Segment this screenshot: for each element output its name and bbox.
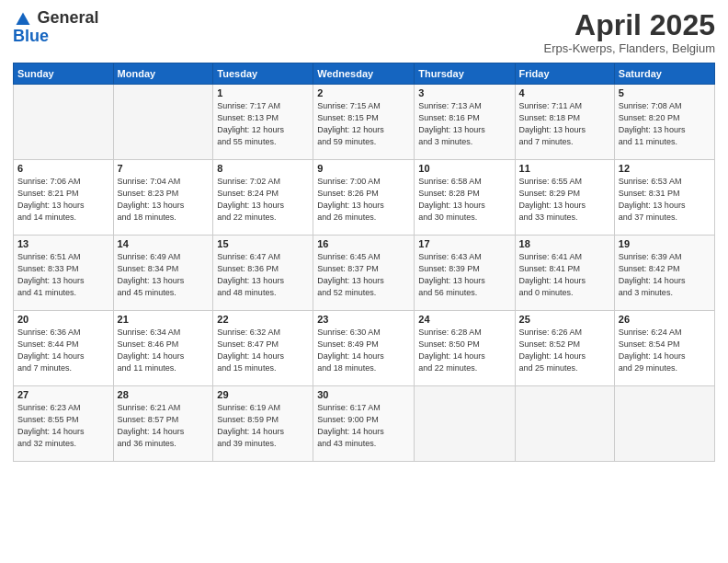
day-number: 10 [418,163,510,174]
day-info: Sunrise: 6:24 AM Sunset: 8:54 PM Dayligh… [619,327,711,374]
calendar-cell: 23Sunrise: 6:30 AM Sunset: 8:49 PM Dayli… [313,311,415,386]
calendar-cell: 20Sunrise: 6:36 AM Sunset: 8:44 PM Dayli… [14,311,114,386]
day-info: Sunrise: 6:53 AM Sunset: 8:31 PM Dayligh… [619,176,711,224]
weekday-header-wednesday: Wednesday [313,63,415,85]
day-number: 12 [619,163,711,174]
day-number: 8 [217,163,309,174]
month-title: April 2025 [544,9,715,41]
day-info: Sunrise: 6:39 AM Sunset: 8:42 PM Dayligh… [619,251,711,299]
day-info: Sunrise: 7:11 AM Sunset: 8:18 PM Dayligh… [519,100,610,148]
calendar-week-2: 6Sunrise: 7:06 AM Sunset: 8:21 PM Daylig… [14,160,715,236]
calendar-cell: 24Sunrise: 6:28 AM Sunset: 8:50 PM Dayli… [415,311,515,386]
calendar-cell: 16Sunrise: 6:45 AM Sunset: 8:37 PM Dayli… [313,236,415,311]
day-info: Sunrise: 7:13 AM Sunset: 8:16 PM Dayligh… [418,100,510,148]
calendar-cell: 5Sunrise: 7:08 AM Sunset: 8:20 PM Daylig… [614,85,714,160]
calendar-cell: 4Sunrise: 7:11 AM Sunset: 8:18 PM Daylig… [515,85,614,160]
day-number: 17 [418,238,510,249]
day-info: Sunrise: 7:02 AM Sunset: 8:24 PM Dayligh… [217,176,309,224]
calendar-cell [14,85,114,160]
day-info: Sunrise: 6:32 AM Sunset: 8:47 PM Dayligh… [217,327,309,374]
day-info: Sunrise: 7:15 AM Sunset: 8:15 PM Dayligh… [317,100,410,148]
calendar-cell: 15Sunrise: 6:47 AM Sunset: 8:36 PM Dayli… [213,236,313,311]
day-number: 26 [619,314,711,325]
calendar-cell: 25Sunrise: 6:26 AM Sunset: 8:52 PM Dayli… [515,311,614,386]
day-info: Sunrise: 6:19 AM Sunset: 8:59 PM Dayligh… [217,402,309,450]
day-number: 25 [519,314,610,325]
day-number: 2 [317,87,410,98]
day-info: Sunrise: 7:00 AM Sunset: 8:26 PM Dayligh… [317,176,410,224]
day-info: Sunrise: 6:45 AM Sunset: 8:37 PM Dayligh… [317,251,410,299]
calendar-cell: 6Sunrise: 7:06 AM Sunset: 8:21 PM Daylig… [14,160,114,236]
day-info: Sunrise: 6:51 AM Sunset: 8:33 PM Dayligh… [17,251,109,299]
day-number: 28 [118,389,210,400]
logo-icon [15,11,31,28]
day-number: 18 [519,238,610,249]
calendar-cell: 29Sunrise: 6:19 AM Sunset: 8:59 PM Dayli… [213,386,313,462]
day-number: 15 [217,238,309,249]
weekday-header-friday: Friday [515,63,614,85]
day-info: Sunrise: 6:49 AM Sunset: 8:34 PM Dayligh… [118,251,210,299]
day-info: Sunrise: 7:06 AM Sunset: 8:21 PM Dayligh… [17,176,109,224]
calendar-cell [113,85,213,160]
calendar-cell: 3Sunrise: 7:13 AM Sunset: 8:16 PM Daylig… [415,85,515,160]
day-number: 30 [317,389,410,400]
weekday-header-tuesday: Tuesday [213,63,313,85]
day-info: Sunrise: 7:17 AM Sunset: 8:13 PM Dayligh… [217,100,309,148]
weekday-header-sunday: Sunday [14,63,114,85]
header: General Blue April 2025 Erps-Kwerps, Fla… [13,9,715,55]
day-number: 23 [317,314,410,325]
day-number: 19 [619,238,711,249]
day-number: 6 [17,163,109,174]
day-number: 16 [317,238,410,249]
calendar-cell: 14Sunrise: 6:49 AM Sunset: 8:34 PM Dayli… [113,236,213,311]
title-block: April 2025 Erps-Kwerps, Flanders, Belgiu… [544,9,715,55]
day-info: Sunrise: 6:28 AM Sunset: 8:50 PM Dayligh… [418,327,510,374]
day-number: 7 [118,163,210,174]
calendar-cell: 2Sunrise: 7:15 AM Sunset: 8:15 PM Daylig… [313,85,415,160]
day-number: 22 [217,314,309,325]
day-info: Sunrise: 6:34 AM Sunset: 8:46 PM Dayligh… [118,327,210,374]
calendar-cell: 8Sunrise: 7:02 AM Sunset: 8:24 PM Daylig… [213,160,313,236]
location-title: Erps-Kwerps, Flanders, Belgium [544,41,715,55]
day-number: 24 [418,314,510,325]
calendar-cell: 13Sunrise: 6:51 AM Sunset: 8:33 PM Dayli… [14,236,114,311]
day-number: 13 [17,238,109,249]
calendar-cell: 1Sunrise: 7:17 AM Sunset: 8:13 PM Daylig… [213,85,313,160]
calendar-cell: 30Sunrise: 6:17 AM Sunset: 9:00 PM Dayli… [313,386,415,462]
day-info: Sunrise: 7:04 AM Sunset: 8:23 PM Dayligh… [118,176,210,224]
day-info: Sunrise: 7:08 AM Sunset: 8:20 PM Dayligh… [619,100,711,148]
calendar-cell: 9Sunrise: 7:00 AM Sunset: 8:26 PM Daylig… [313,160,415,236]
day-number: 11 [519,163,610,174]
logo-blue: Blue [13,27,49,45]
day-number: 14 [118,238,210,249]
calendar-cell: 10Sunrise: 6:58 AM Sunset: 8:28 PM Dayli… [415,160,515,236]
logo: General Blue [13,9,99,46]
day-number: 29 [217,389,309,400]
calendar-cell: 17Sunrise: 6:43 AM Sunset: 8:39 PM Dayli… [415,236,515,311]
logo-general: General [37,8,98,27]
day-info: Sunrise: 6:43 AM Sunset: 8:39 PM Dayligh… [418,251,510,299]
day-info: Sunrise: 6:30 AM Sunset: 8:49 PM Dayligh… [317,327,410,374]
day-number: 4 [519,87,610,98]
svg-marker-0 [17,12,30,25]
day-info: Sunrise: 6:41 AM Sunset: 8:41 PM Dayligh… [519,251,610,299]
calendar-cell [515,386,614,462]
calendar-cell: 27Sunrise: 6:23 AM Sunset: 8:55 PM Dayli… [14,386,114,462]
day-info: Sunrise: 6:23 AM Sunset: 8:55 PM Dayligh… [17,402,109,450]
calendar-cell: 19Sunrise: 6:39 AM Sunset: 8:42 PM Dayli… [614,236,714,311]
calendar-header-row: SundayMondayTuesdayWednesdayThursdayFrid… [14,63,715,85]
day-number: 21 [118,314,210,325]
weekday-header-monday: Monday [113,63,213,85]
calendar-cell [614,386,714,462]
day-info: Sunrise: 6:36 AM Sunset: 8:44 PM Dayligh… [17,327,109,374]
weekday-header-saturday: Saturday [614,63,714,85]
day-number: 20 [17,314,109,325]
day-info: Sunrise: 6:26 AM Sunset: 8:52 PM Dayligh… [519,327,610,374]
calendar-cell: 11Sunrise: 6:55 AM Sunset: 8:29 PM Dayli… [515,160,614,236]
day-number: 3 [418,87,510,98]
day-number: 27 [17,389,109,400]
day-number: 5 [619,87,711,98]
day-info: Sunrise: 6:58 AM Sunset: 8:28 PM Dayligh… [418,176,510,224]
day-number: 9 [317,163,410,174]
day-number: 1 [217,87,309,98]
